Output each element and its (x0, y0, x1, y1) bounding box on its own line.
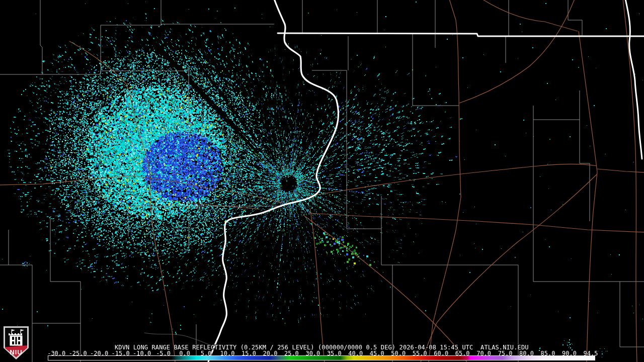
stream-line (144, 333, 217, 348)
highway (579, 31, 597, 362)
county-line (302, 0, 582, 48)
highway (597, 169, 644, 172)
highways (0, 0, 644, 362)
county-line (533, 90, 590, 282)
state-borders (208, 0, 644, 362)
state-border-mississippi-river (208, 0, 339, 362)
highway (69, 41, 175, 362)
highway (459, 0, 575, 103)
county-lines (0, 0, 644, 362)
highway (310, 208, 325, 362)
county-line (312, 34, 506, 229)
highway (308, 164, 597, 196)
county-line (0, 206, 282, 362)
highway (421, 174, 597, 362)
highway (309, 213, 644, 232)
county-line (381, 196, 644, 362)
base-map (0, 0, 644, 362)
radar-viewport: KDVN LONG RANGE BASE REFLECTIVITY (0.25K… (0, 0, 644, 362)
county-line (0, 0, 274, 138)
highway (482, 0, 578, 31)
highway (303, 215, 467, 362)
highway (0, 176, 283, 203)
state-border-wisconsin-illinois (278, 33, 644, 36)
highway (429, 0, 461, 362)
lake-michigan-shoreline (625, 0, 642, 159)
